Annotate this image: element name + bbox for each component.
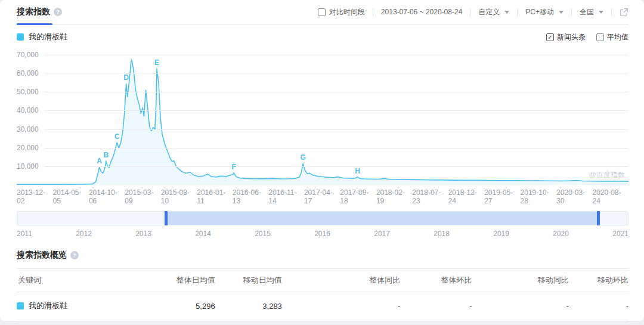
compare-period-checkbox[interactable]: 对比时间段 bbox=[318, 7, 365, 17]
slider-year-label: 2013 bbox=[135, 230, 151, 238]
y-axis-label: 20,000 bbox=[17, 144, 39, 152]
x-axis-label: 2014-05-05 bbox=[52, 188, 88, 205]
divider bbox=[611, 8, 612, 16]
dropdown-device[interactable]: PC+移动 bbox=[525, 7, 564, 17]
y-axis-label: 70,000 bbox=[17, 51, 39, 59]
x-axis-label: 2019-10-28 bbox=[521, 188, 556, 205]
divider bbox=[517, 8, 518, 16]
slider-year-label: 2011 bbox=[17, 230, 32, 238]
slider-right-handle[interactable] bbox=[597, 211, 600, 225]
peak-annotation-h: H bbox=[355, 167, 360, 175]
x-axis-label: 2018-02-19 bbox=[376, 188, 412, 205]
x-axis-label: 2016-01-11 bbox=[197, 188, 233, 205]
table-row: 我的滑板鞋5,2963,283---- bbox=[17, 292, 628, 320]
gridline bbox=[44, 129, 628, 130]
x-axis-label: 2017-04-17 bbox=[304, 188, 340, 205]
series-legend[interactable]: 我的滑板鞋 bbox=[17, 32, 67, 42]
peak-annotation-c: C bbox=[114, 132, 120, 141]
column-header: 移动同比 bbox=[472, 269, 568, 292]
series-keyword-label: 我的滑板鞋 bbox=[29, 32, 67, 42]
dropdown-custom-range[interactable]: 自定义 bbox=[478, 7, 509, 17]
gridline bbox=[44, 55, 628, 55]
divider bbox=[470, 8, 470, 16]
trend-line-chart[interactable]: @百度指数 70,00060,00050,00040,00030,00020,0… bbox=[17, 51, 628, 185]
dropdown-region-label: 全国 bbox=[580, 7, 594, 17]
series-line bbox=[17, 60, 628, 184]
help-icon[interactable]: ? bbox=[54, 8, 62, 16]
checkbox-icon[interactable] bbox=[318, 8, 326, 16]
news-headlines-checkbox[interactable]: 新闻头条 bbox=[546, 32, 586, 42]
column-header: 整体环比 bbox=[400, 269, 472, 292]
value-cell: 5,296 bbox=[153, 292, 215, 320]
column-header: 整体日均值 bbox=[153, 269, 215, 292]
date-range-picker[interactable]: 2013-07-06 ~ 2020-08-24 bbox=[381, 8, 462, 16]
x-axis: 2013-12-022014-05-052014-10-062015-03-09… bbox=[17, 188, 628, 205]
overview-title: 搜索指数概览 bbox=[17, 250, 67, 261]
gridline bbox=[44, 166, 628, 167]
checkbox-checked-icon[interactable] bbox=[546, 33, 554, 41]
slider-selected-range[interactable] bbox=[166, 212, 598, 225]
chart-canvas bbox=[17, 51, 628, 185]
search-index-overview: 搜索指数概览 ? 关键词整体日均值移动日均值整体同比整体环比移动同比移动环比我的… bbox=[17, 250, 628, 320]
baidu-index-card: 搜索指数 ? 对比时间段 2013-07-06 ~ 2020-08-24 自定义… bbox=[0, 0, 644, 321]
chevron-down-icon bbox=[559, 11, 564, 14]
slider-track[interactable] bbox=[17, 211, 628, 225]
table-header-row: 关键词整体日均值移动日均值整体同比整体环比移动同比移动环比 bbox=[17, 269, 628, 292]
tabbar: 搜索指数 ? 对比时间段 2013-07-06 ~ 2020-08-24 自定义… bbox=[17, 0, 628, 24]
x-axis-label: 2016-11-14 bbox=[268, 188, 304, 205]
x-axis-label: 2018-07-23 bbox=[412, 188, 448, 205]
slider-year-label: 2018 bbox=[434, 230, 450, 238]
tab-search-index-label: 搜索指数 bbox=[17, 7, 50, 17]
slider-year-label: 2016 bbox=[314, 230, 330, 238]
external-link-icon bbox=[620, 8, 628, 17]
column-header: 整体同比 bbox=[282, 269, 400, 292]
value-cell: - bbox=[400, 292, 472, 320]
slider-year-label: 2020 bbox=[553, 230, 569, 238]
x-axis-label: 2015-03-09 bbox=[125, 188, 160, 205]
column-header: 移动环比 bbox=[569, 269, 628, 292]
x-axis-label: 2013-12-02 bbox=[17, 188, 52, 205]
peak-annotation-e: E bbox=[154, 58, 159, 67]
overview-title-row: 搜索指数概览 ? bbox=[17, 250, 628, 261]
slider-left-handle[interactable] bbox=[165, 211, 168, 225]
column-header: 关键词 bbox=[17, 269, 153, 292]
slider-year-label: 2021 bbox=[612, 230, 628, 238]
chart-controls: 对比时间段 2013-07-06 ~ 2020-08-24 自定义 PC+移动 … bbox=[318, 7, 628, 17]
keyword-label: 我的滑板鞋 bbox=[29, 301, 67, 311]
slider-year-label: 2014 bbox=[195, 230, 211, 238]
compare-period-label: 对比时间段 bbox=[329, 7, 365, 17]
news-headlines-label: 新闻头条 bbox=[557, 32, 586, 42]
value-cell: - bbox=[472, 292, 568, 320]
peak-annotation-d: D bbox=[123, 73, 129, 82]
legend-toggles: 新闻头条 平均值 bbox=[546, 32, 628, 42]
dropdown-region[interactable]: 全国 bbox=[580, 7, 603, 17]
series-color-swatch bbox=[17, 302, 24, 309]
slider-year-label: 2019 bbox=[493, 230, 509, 238]
date-range-value: 2013-07-06 ~ 2020-08-24 bbox=[381, 8, 462, 16]
x-axis-label: 2018-12-24 bbox=[448, 188, 484, 205]
help-icon[interactable]: ? bbox=[70, 251, 79, 259]
y-axis-label: 60,000 bbox=[17, 69, 39, 78]
peak-annotation-b: B bbox=[103, 151, 109, 159]
export-button[interactable] bbox=[620, 8, 628, 17]
value-cell: - bbox=[282, 292, 400, 320]
peak-annotation-g: G bbox=[300, 153, 305, 162]
column-header: 移动日均值 bbox=[215, 269, 282, 292]
checkbox-icon[interactable] bbox=[596, 33, 604, 41]
chevron-down-icon bbox=[504, 11, 509, 14]
slider-year-label: 2017 bbox=[374, 230, 390, 238]
divider bbox=[373, 8, 373, 16]
gridline bbox=[44, 92, 628, 92]
x-axis-label: 2014-10-06 bbox=[89, 188, 125, 205]
overview-table: 关键词整体日均值移动日均值整体同比整体环比移动同比移动环比我的滑板鞋5,2963… bbox=[17, 268, 628, 320]
x-axis-label: 2020-08-24 bbox=[593, 188, 628, 205]
divider bbox=[571, 8, 572, 16]
gridline bbox=[44, 110, 628, 111]
keyword-cell[interactable]: 我的滑板鞋 bbox=[17, 292, 153, 320]
time-range-slider: 2011201220132014201520162017201820192020… bbox=[17, 211, 628, 238]
peak-annotation-a: A bbox=[97, 157, 102, 165]
average-value-checkbox[interactable]: 平均值 bbox=[596, 32, 628, 42]
peak-annotation-f: F bbox=[232, 163, 236, 171]
tab-search-index[interactable]: 搜索指数 ? bbox=[17, 0, 62, 24]
watermark: @百度指数 bbox=[589, 170, 625, 180]
